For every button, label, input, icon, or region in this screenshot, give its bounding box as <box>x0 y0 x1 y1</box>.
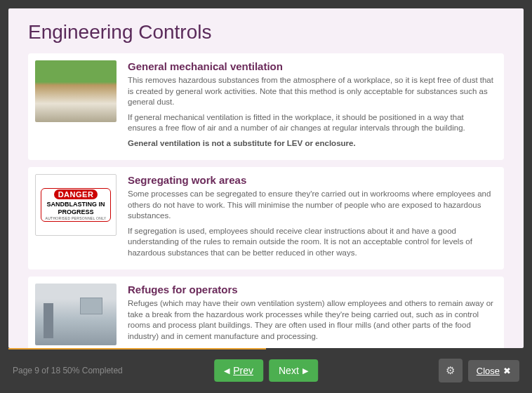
chevron-right-icon: ▶ <box>302 366 308 375</box>
section-text: Some processes can be segregated to ensu… <box>128 189 494 222</box>
danger-sign-image: DANGER SANDBLASTING IN PROGRESS AUTHORIS… <box>35 174 117 236</box>
content-panel: Engineering Controls General mechanical … <box>8 8 524 348</box>
section-segregation: DANGER SANDBLASTING IN PROGRESS AUTHORIS… <box>28 167 504 269</box>
section-title: General mechanical ventilation <box>128 60 494 72</box>
sign-text: SANDBLASTING IN PROGRESS <box>44 201 107 215</box>
section-title: Refuges for operators <box>128 284 494 295</box>
industrial-image <box>35 284 117 345</box>
section-text: General ventilation is not a substitute … <box>128 138 494 149</box>
close-button[interactable]: Close ✖ <box>468 360 519 382</box>
next-button[interactable]: Next ▶ <box>269 359 318 382</box>
footer-bar: Page 9 of 18 50% Completed ◀ Prev Next ▶… <box>8 348 524 393</box>
next-label: Next <box>279 365 299 376</box>
chevron-left-icon: ◀ <box>224 366 230 375</box>
section-text: This removes hazardous substances from t… <box>128 75 494 108</box>
section-text: Refuges (which may have their own ventil… <box>128 298 494 342</box>
section-title: Segregating work areas <box>128 174 494 186</box>
section-text: If general mechanical ventilation is fit… <box>128 112 494 134</box>
progress-indicator <box>8 348 266 349</box>
prev-label: Prev <box>233 365 253 376</box>
settings-button[interactable]: ⚙ <box>439 359 463 382</box>
page-info: Page 9 of 18 50% Completed <box>13 366 123 375</box>
sign-danger-label: DANGER <box>54 189 98 199</box>
page-title: Engineering Controls <box>28 21 504 44</box>
close-label: Close <box>477 366 500 376</box>
close-icon: ✖ <box>503 366 511 376</box>
section-refuges: Refuges for operators Refuges (which may… <box>28 277 504 348</box>
section-ventilation: General mechanical ventilation This remo… <box>28 53 504 160</box>
sign-subtext: AUTHORISED PERSONNEL ONLY <box>46 216 107 220</box>
gear-icon: ⚙ <box>446 364 455 377</box>
section-text: If segregation is used, employees should… <box>128 226 494 259</box>
prev-button[interactable]: ◀ Prev <box>214 359 263 382</box>
ventilation-image <box>35 60 117 122</box>
